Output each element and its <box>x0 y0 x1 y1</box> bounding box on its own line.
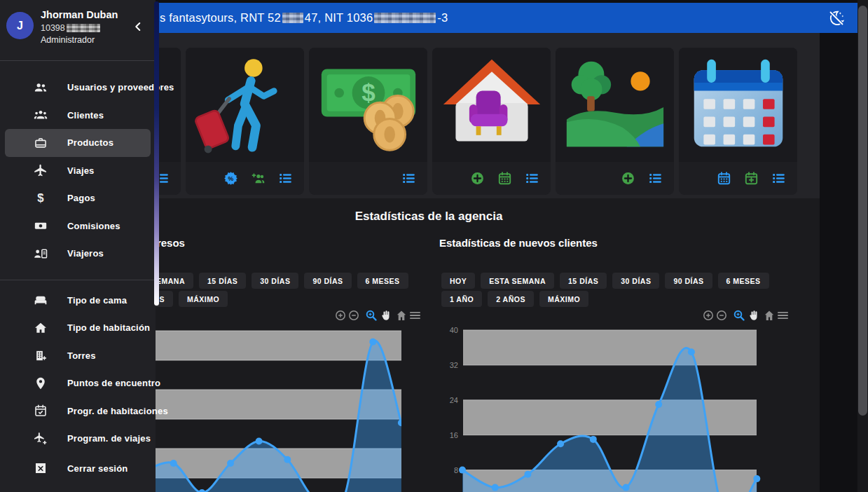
calendar-add-icon[interactable] <box>744 171 759 186</box>
product-card-illustration <box>679 48 797 162</box>
product-cards-row: % $ <box>156 33 820 198</box>
pan-icon[interactable] <box>750 310 757 320</box>
avatar: J <box>6 12 34 39</box>
sidebar-item-label: Clientes <box>67 110 104 121</box>
list-icon[interactable] <box>278 171 293 186</box>
title-text: 47, NIT 1036 <box>305 11 373 25</box>
sidebar-item-productos[interactable]: Productos <box>5 129 151 157</box>
product-card-illustration <box>186 48 304 162</box>
product-card-calendar[interactable] <box>679 48 797 195</box>
close-box-icon <box>34 461 48 475</box>
product-card-traveler[interactable]: % <box>186 48 304 195</box>
briefcase-icon <box>34 136 48 150</box>
product-card-actions <box>679 162 797 195</box>
range-button-maximo[interactable]: MÁXIMO <box>539 291 588 307</box>
product-card-actions <box>556 162 674 195</box>
scrollbar-thumb[interactable] <box>858 6 867 416</box>
sidebar-item-usuarios-y-proveedores[interactable]: Usuarios y proveedores <box>5 74 151 102</box>
add-icon[interactable] <box>621 171 635 186</box>
sidebar-item-label: Program. de viajes <box>67 433 151 444</box>
restore-icon[interactable] <box>765 311 773 321</box>
sidebar-scrollbar-thumb[interactable] <box>154 1 159 306</box>
home-icon <box>34 321 48 335</box>
data-zoom-icon[interactable] <box>367 311 376 320</box>
svg-text:24: 24 <box>450 396 458 404</box>
sidebar-item-label: Tipo de habitación <box>67 322 150 333</box>
range-buttons-row1: HOYESTA SEMANA15 DÍAS30 DÍAS90 DÍAS6 MES… <box>441 273 769 289</box>
sidebar-item-label: Viajeros <box>67 248 104 259</box>
window-scrollbar[interactable] <box>857 0 868 492</box>
sidebar-menu-logout: Cerrar sesión <box>0 455 156 483</box>
groups-icon <box>34 108 48 122</box>
sidebar-item-tipo-de-habitacion[interactable]: Tipo de habitación <box>5 314 151 342</box>
app-root: s fantasytours, RNT 5247, NIT 1036-3 % $… <box>0 0 868 492</box>
range-button-15-dias[interactable]: 15 DÍAS <box>560 273 607 289</box>
menu-icon[interactable] <box>778 312 788 319</box>
range-button-hoy[interactable]: HOY <box>441 273 475 289</box>
range-button-1-ano[interactable]: 1 AÑO <box>441 291 482 307</box>
svg-text:8: 8 <box>454 466 458 474</box>
sidebar: J Jhorman Duban 10398 Administrador Usua… <box>0 0 156 492</box>
product-card-actions: % <box>186 162 304 195</box>
sidebar-item-torres[interactable]: Torres <box>5 342 151 370</box>
sidebar-item-cerrar-sesion[interactable]: Cerrar sesión <box>5 455 151 483</box>
menu-icon[interactable] <box>410 312 420 319</box>
range-button-15-dias[interactable]: 15 DÍAS <box>199 273 246 289</box>
sidebar-item-viajes[interactable]: Viajes <box>5 157 151 185</box>
discount-badge-icon[interactable]: % <box>223 171 238 186</box>
zoom-out-icon[interactable] <box>350 311 358 320</box>
sidebar-item-program-de-viajes[interactable]: Program. de viajes <box>5 425 151 453</box>
range-button-90-dias[interactable]: 90 DÍAS <box>665 273 712 289</box>
restore-icon[interactable] <box>397 311 406 321</box>
sidebar-item-progr-de-habitaciones[interactable]: Progr. de habitaciones <box>5 397 151 425</box>
sidebar-item-label: Pagos <box>67 193 95 203</box>
product-card-house[interactable] <box>432 48 551 195</box>
range-button-30-dias[interactable]: 30 DÍAS <box>612 273 659 289</box>
user-role: Administrador <box>41 35 95 45</box>
zoom-in-icon[interactable] <box>704 311 712 320</box>
svg-text:32: 32 <box>450 361 458 369</box>
sidebar-item-clientes[interactable]: Clientes <box>5 102 151 130</box>
chevron-left-icon[interactable] <box>130 19 146 34</box>
person-add-icon[interactable] <box>251 171 266 186</box>
line-chart[interactable]: 816243240 <box>441 324 764 492</box>
sidebar-item-label: Tipo de cama <box>67 295 127 306</box>
sidebar-item-comisiones[interactable]: Comisiones <box>5 212 151 240</box>
svg-text:16: 16 <box>450 431 458 439</box>
range-button-6-meses[interactable]: 6 MESES <box>718 273 769 289</box>
range-button-2-anos[interactable]: 2 AÑOS <box>488 291 534 307</box>
zoom-in-icon[interactable] <box>336 311 345 320</box>
sidebar-item-label: Torres <box>67 350 96 361</box>
range-button-30-dias[interactable]: 30 DÍAS <box>252 273 298 289</box>
add-icon[interactable] <box>470 171 485 186</box>
badge-icon <box>34 247 48 261</box>
product-card-actions <box>432 162 551 195</box>
list-icon[interactable] <box>525 171 539 186</box>
range-button-90-dias[interactable]: 90 DÍAS <box>304 273 351 289</box>
dollar-icon: $ <box>34 191 48 205</box>
range-button-6-meses[interactable]: 6 MESES <box>357 273 408 289</box>
product-card-money[interactable]: $ <box>309 48 427 195</box>
plane-icon <box>34 163 48 177</box>
sidebar-item-tipo-de-cama[interactable]: Tipo de cama <box>5 287 151 315</box>
sidebar-item-puntos-de-encuentro[interactable]: Puntos de encuentro <box>5 369 151 397</box>
pan-icon[interactable] <box>382 310 389 320</box>
list-icon[interactable] <box>648 171 663 186</box>
product-card-illustration: $ <box>309 48 427 162</box>
list-icon[interactable] <box>771 171 786 186</box>
range-button-esta-semana[interactable]: ESTA SEMANA <box>481 273 554 289</box>
product-card-illustration <box>556 48 674 162</box>
range-button-maximo[interactable]: MÁXIMO <box>179 291 228 307</box>
data-zoom-icon[interactable] <box>735 311 744 320</box>
place-icon <box>34 376 48 390</box>
zoom-out-icon[interactable] <box>717 311 726 320</box>
list-icon[interactable] <box>401 171 416 186</box>
sidebar-item-pagos[interactable]: $ Pagos <box>5 184 151 212</box>
sidebar-menu-bottom: Tipo de cama Tipo de habitación Torres P… <box>0 280 156 453</box>
sidebar-item-viajeros[interactable]: Viajeros <box>5 240 151 268</box>
product-card-landscape[interactable] <box>556 48 674 195</box>
calendar-icon[interactable] <box>497 171 512 186</box>
calendar-icon[interactable] <box>717 171 731 186</box>
dark-mode-toggle-icon[interactable] <box>828 10 845 27</box>
user-name: Jhorman Duban <box>41 9 118 20</box>
